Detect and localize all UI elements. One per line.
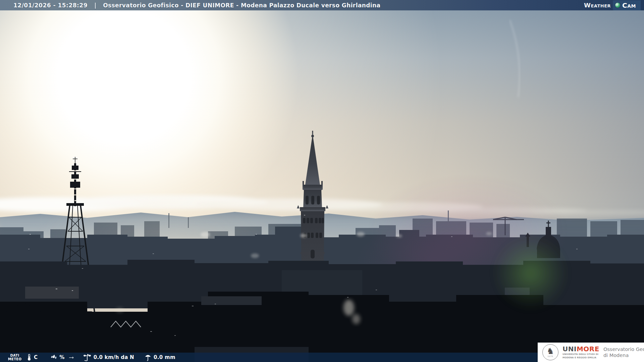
temperature-value: C bbox=[34, 354, 38, 360]
observatory-name-line2: di Modena bbox=[603, 352, 644, 358]
unimore-uni-text: UNI bbox=[562, 345, 577, 353]
umbrella-icon bbox=[144, 354, 152, 361]
unimore-seal: ♞ 1175 bbox=[542, 344, 558, 360]
weathercam-cam-text: Cam bbox=[622, 1, 636, 9]
temperature-item: C bbox=[24, 354, 38, 361]
separator: | bbox=[94, 2, 96, 9]
rain-item: 0.0 mm bbox=[134, 354, 175, 361]
seal-knight-icon: ♞ bbox=[547, 347, 554, 355]
dati-meteo-label: DATI METEO bbox=[5, 354, 24, 361]
observatory-name-line1: Osservatorio Geofisico bbox=[603, 346, 644, 352]
unimore-subtitle-line1: UNIVERSITÀ DEGLI STUDI DI bbox=[562, 353, 599, 356]
lens-flare-green bbox=[494, 236, 568, 310]
anemometer-icon bbox=[83, 353, 92, 361]
humidity-drops-icon bbox=[50, 354, 58, 360]
seal-year: 1175 bbox=[548, 355, 553, 357]
meteo-label: METEO bbox=[5, 357, 24, 361]
unimore-wordmark: UNIMORE UNIVERSITÀ DEGLI STUDI DI MODENA… bbox=[562, 346, 599, 359]
unimore-name: UNIMORE bbox=[562, 346, 599, 352]
header-bar: 12/01/2026 - 15:28:29 | Osservatorio Geo… bbox=[0, 0, 644, 10]
rain-value: 0.0 mm bbox=[154, 354, 175, 360]
timestamp: 12/01/2026 - 15:28:29 bbox=[13, 2, 88, 9]
unimore-logo-box[interactable]: ♞ 1175 UNIMORE UNIVERSITÀ DEGLI STUDI DI… bbox=[538, 343, 644, 362]
trend-arrow-icon bbox=[69, 356, 74, 359]
observatory-name: Osservatorio Geofisico di Modena bbox=[603, 346, 644, 358]
unimore-more-text: MORE bbox=[577, 345, 599, 353]
weathercam-logo[interactable]: Weather Cam bbox=[584, 0, 641, 10]
dati-label: DATI bbox=[5, 354, 24, 357]
camera-lens-icon bbox=[615, 3, 620, 8]
wind-value: 0.0 km/h da N bbox=[94, 354, 134, 360]
weathercam-weather-text: Weather bbox=[584, 2, 611, 9]
webcam-frame: 12/01/2026 - 15:28:29 | Osservatorio Geo… bbox=[0, 0, 644, 362]
wind-item: 0.0 km/h da N bbox=[74, 353, 134, 361]
thermometer-icon bbox=[27, 354, 32, 361]
page-title: Osservatorio Geofisico - DIEF UNIMORE - … bbox=[103, 2, 380, 9]
humidity-value: % bbox=[59, 354, 64, 360]
webcam-photo bbox=[0, 0, 644, 362]
humidity-item: % bbox=[38, 354, 74, 360]
unimore-subtitle-line2: MODENA E REGGIO EMILIA bbox=[562, 357, 599, 359]
weathercam-chip: Cam bbox=[613, 0, 641, 10]
